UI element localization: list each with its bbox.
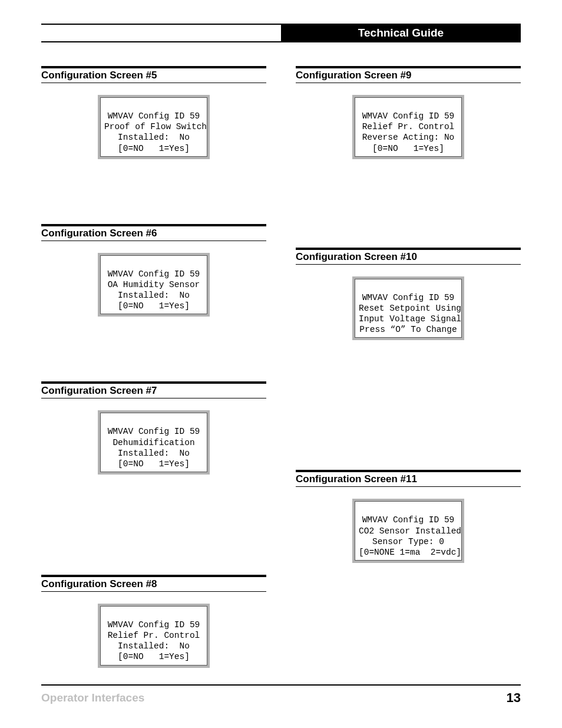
section-title-6: Configuration Screen #6: [41, 224, 266, 241]
section-title-11: Configuration Screen #11: [296, 470, 521, 487]
lcd-line: CO2 Sensor Installed: [359, 526, 461, 536]
section-title-8: Configuration Screen #8: [41, 575, 266, 592]
lcd-line: WMVAV Config ID 59: [108, 111, 200, 121]
lcd-screen-9: WMVAV Config ID 59 Relief Pr. Control Re…: [352, 95, 464, 159]
lcd-screen-11: WMVAV Config ID 59 CO2 Sensor Installed …: [352, 499, 464, 563]
lcd-line: OA Humidity Sensor: [108, 280, 200, 289]
lcd-line: WMVAV Config ID 59: [362, 111, 455, 121]
lcd-content: WMVAV Config ID 59 Relief Pr. Control Re…: [355, 97, 462, 157]
lcd-line: [0=NO 1=Yes]: [118, 459, 190, 469]
lcd-line: WMVAV Config ID 59: [108, 269, 200, 279]
lcd-content: WMVAV Config ID 59 CO2 Sensor Installed …: [355, 501, 462, 561]
lcd-line: [0=NONE 1=ma 2=vdc]: [359, 548, 461, 557]
lcd-line: Dehumidification: [113, 438, 194, 447]
lcd-line: Installed: No: [118, 291, 190, 300]
lcd-line: Press “O” To Change: [359, 325, 457, 334]
section-title-5: Configuration Screen #5: [41, 66, 266, 83]
footer-left-text: Operator Interfaces: [41, 691, 144, 704]
left-column: Configuration Screen #5 WMVAV Config ID …: [41, 66, 266, 686]
lcd-content: WMVAV Config ID 59 Relief Pr. Control In…: [100, 606, 207, 666]
header-title: Technical Guide: [281, 25, 521, 41]
right-column: Configuration Screen #9 WMVAV Config ID …: [296, 66, 521, 686]
lcd-line: Reset Setpoint Using: [359, 304, 461, 313]
lcd-content: WMVAV Config ID 59 OA Humidity Sensor In…: [100, 255, 207, 315]
lcd-screen-10: WMVAV Config ID 59 Reset Setpoint Using …: [352, 276, 464, 341]
lcd-line: [0=NO 1=Yes]: [372, 144, 444, 153]
lcd-screen-5: WMVAV Config ID 59 Proof of Flow Switch …: [98, 95, 210, 159]
lcd-line: Installed: No: [118, 449, 190, 458]
footer: Operator Interfaces 13: [41, 684, 521, 706]
section-title-7: Configuration Screen #7: [41, 381, 266, 398]
page-number: 13: [507, 690, 521, 706]
lcd-line: Installed: No: [118, 133, 190, 142]
lcd-line: Sensor Type: 0: [372, 537, 444, 546]
lcd-line: [0=NO 1=Yes]: [118, 144, 190, 153]
lcd-line: WMVAV Config ID 59: [362, 515, 455, 525]
section-title-9: Configuration Screen #9: [296, 66, 521, 83]
lcd-line: WMVAV Config ID 59: [108, 620, 200, 630]
lcd-content: WMVAV Config ID 59 Reset Setpoint Using …: [355, 279, 462, 338]
lcd-line: [0=NO 1=Yes]: [118, 652, 190, 661]
lcd-line: Input Voltage Signal: [359, 314, 461, 324]
lcd-screen-6: WMVAV Config ID 59 OA Humidity Sensor In…: [98, 253, 210, 317]
lcd-line: Reverse Acting: No: [362, 133, 455, 142]
columns: Configuration Screen #5 WMVAV Config ID …: [41, 66, 521, 686]
lcd-screen-7: WMVAV Config ID 59 Dehumidification Inst…: [98, 410, 210, 475]
section-title-10: Configuration Screen #10: [296, 248, 521, 265]
lcd-line: Installed: No: [118, 641, 190, 651]
lcd-content: WMVAV Config ID 59 Proof of Flow Switch …: [100, 97, 207, 157]
lcd-line: Proof of Flow Switch: [104, 122, 207, 131]
lcd-line: WMVAV Config ID 59: [362, 293, 455, 302]
lcd-line: Relief Pr. Control: [108, 631, 200, 640]
header-left-blank: [41, 25, 281, 41]
lcd-line: [0=NO 1=Yes]: [118, 301, 190, 311]
lcd-content: WMVAV Config ID 59 Dehumidification Inst…: [100, 413, 207, 472]
lcd-line: Relief Pr. Control: [362, 122, 455, 131]
lcd-screen-8: WMVAV Config ID 59 Relief Pr. Control In…: [98, 604, 210, 668]
header-band: Technical Guide: [41, 24, 521, 42]
lcd-line: WMVAV Config ID 59: [108, 427, 200, 436]
